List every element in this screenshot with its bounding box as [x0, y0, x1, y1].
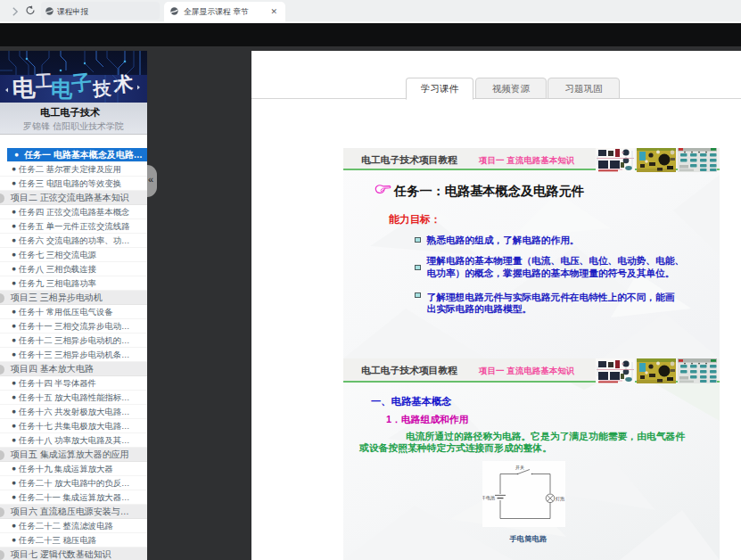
svg-text:开关: 开关 [515, 465, 524, 470]
svg-text:术: 术 [111, 72, 134, 96]
svg-text:灯泡: 灯泡 [556, 496, 564, 502]
svg-text:技: 技 [92, 78, 111, 99]
svg-text:电: 电 [51, 78, 73, 101]
svg-text:干电池: 干电池 [482, 495, 495, 501]
svg-text:子: 子 [70, 71, 93, 95]
svg-text:电: 电 [12, 75, 36, 102]
